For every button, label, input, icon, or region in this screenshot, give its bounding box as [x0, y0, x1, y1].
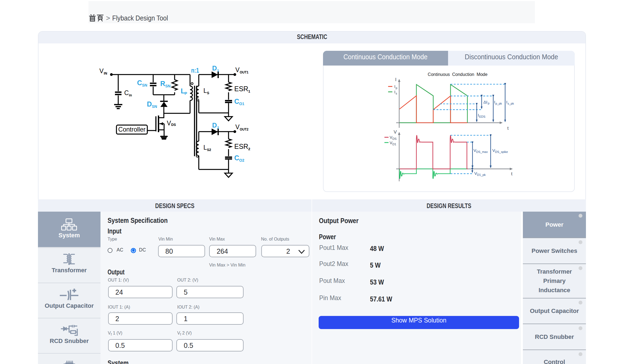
svg-text:t: t	[511, 171, 512, 176]
svg-text:I: I	[478, 113, 479, 117]
svg-text:C: C	[234, 97, 239, 105]
svg-text:p: p	[396, 86, 397, 90]
svg-text:DS: DS	[392, 137, 396, 140]
svg-text:s_pk: s_pk	[508, 102, 514, 105]
svg-text:I: I	[394, 90, 395, 94]
svg-text:L: L	[181, 87, 185, 95]
svg-text:Controller: Controller	[118, 126, 146, 133]
svg-text:O2: O2	[239, 158, 244, 162]
svg-text:V: V	[235, 66, 240, 73]
svg-text:V: V	[235, 123, 240, 131]
svg-text:1: 1	[248, 89, 250, 93]
svg-text:IN: IN	[104, 72, 107, 75]
svg-text:V: V	[167, 120, 171, 127]
svg-text:Continuous Conduction Mode: Continuous Conduction Mode	[428, 72, 488, 77]
svg-text:C: C	[137, 79, 142, 87]
svg-text:L: L	[203, 87, 207, 94]
svg-text:O1: O1	[239, 102, 244, 106]
svg-text:n:1: n:1	[191, 67, 199, 74]
svg-text:R: R	[160, 80, 165, 87]
svg-text:2: 2	[248, 147, 250, 151]
svg-text:V: V	[394, 129, 397, 135]
svg-text:I: I	[494, 100, 495, 104]
svg-text:C: C	[234, 154, 239, 162]
svg-text:EDS: EDS	[479, 115, 485, 118]
svg-text:SN: SN	[142, 83, 147, 87]
svg-text:V: V	[390, 140, 392, 145]
svg-text:S2: S2	[207, 148, 211, 152]
svg-text:L: L	[203, 144, 207, 151]
svg-text:ΔI: ΔI	[484, 100, 488, 104]
svg-text:V: V	[390, 135, 392, 140]
svg-text:D1_pk: D1_pk	[477, 173, 486, 176]
svg-text:ESR: ESR	[234, 85, 248, 93]
svg-text:I: I	[506, 100, 507, 104]
svg-text:DS: DS	[171, 123, 176, 127]
svg-text:S: S	[207, 91, 209, 95]
svg-text:OUT2: OUT2	[240, 128, 248, 131]
svg-text:D: D	[212, 122, 217, 129]
svg-text:P: P	[185, 91, 187, 96]
svg-text:D1: D1	[392, 143, 396, 146]
svg-text:SN: SN	[165, 84, 170, 88]
svg-text:C: C	[124, 89, 129, 96]
svg-text:DS_max: DS_max	[476, 150, 488, 153]
svg-text:2: 2	[217, 126, 219, 130]
svg-text:s: s	[396, 92, 397, 95]
svg-text:V: V	[99, 67, 104, 75]
svg-text:I: I	[395, 77, 396, 82]
svg-text:OUT1: OUT1	[240, 70, 248, 74]
svg-text:D: D	[212, 64, 217, 72]
svg-text:SN: SN	[152, 104, 157, 109]
svg-text:p_pk: p_pk	[496, 102, 502, 105]
svg-text:t: t	[507, 126, 509, 131]
svg-text:D: D	[147, 100, 152, 108]
svg-text:DS_spike: DS_spike	[495, 150, 508, 153]
svg-text:ESR: ESR	[234, 143, 248, 150]
svg-text:1: 1	[217, 69, 219, 73]
svg-text:p: p	[488, 102, 490, 105]
svg-text:I: I	[394, 84, 395, 89]
svg-text:in: in	[129, 93, 132, 97]
